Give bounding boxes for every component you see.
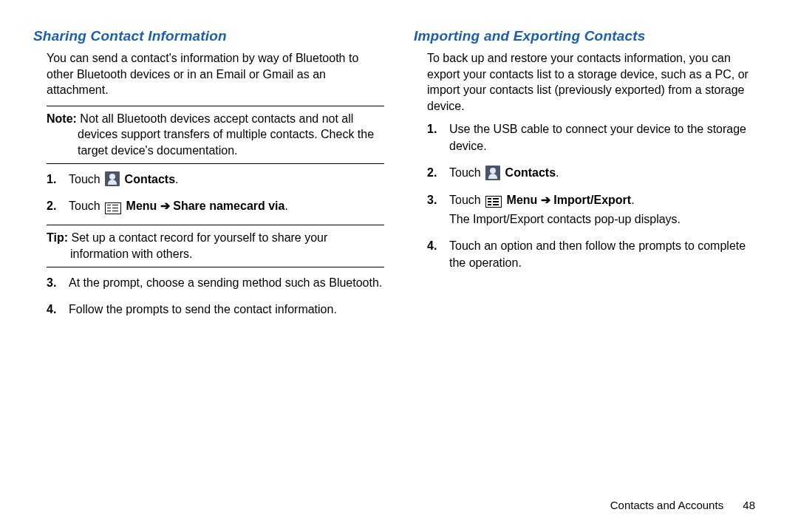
intro-paragraph: To back up and restore your contacts inf… <box>414 50 765 114</box>
menu-label: Menu <box>507 194 538 206</box>
manual-page: Sharing Contact Information You can send… <box>0 0 798 328</box>
step-item: 2. Touch Menu ➔ Share namecard via. <box>47 198 384 214</box>
step-number: 3. <box>47 275 56 291</box>
step-text: Touch an option and then follow the prom… <box>449 239 746 268</box>
step-item: 4. Follow the prompts to send the contac… <box>47 301 384 318</box>
step-text: At the prompt, choose a sending method s… <box>69 276 382 289</box>
divider <box>47 267 384 267</box>
page-footer: Contacts and Accounts 48 <box>610 499 755 511</box>
step-text: Touch <box>449 194 484 206</box>
steps-list-cont: 3. At the prompt, choose a sending metho… <box>33 275 384 318</box>
share-label: Share namecard via <box>173 200 284 212</box>
arrow-icon: ➔ <box>157 200 173 212</box>
step-number: 2. <box>47 198 56 214</box>
step-item: 4. Touch an option and then follow the p… <box>427 238 765 271</box>
right-column: Importing and Exporting Contacts To back… <box>414 28 765 328</box>
page-number: 48 <box>743 499 755 511</box>
section-heading-sharing: Sharing Contact Information <box>33 28 384 44</box>
step-number: 2. <box>427 165 437 181</box>
note-label: Note: <box>47 112 77 125</box>
tip-label: Tip: <box>47 231 68 244</box>
step-text: Follow the prompts to send the contact i… <box>69 303 337 316</box>
left-column: Sharing Contact Information You can send… <box>33 28 384 328</box>
menu-icon <box>485 196 502 208</box>
contacts-label: Contacts <box>505 166 556 179</box>
tip-text: Set up a contact record for yourself to … <box>70 231 327 260</box>
step-item: 1. Use the USB cable to connect your dev… <box>427 121 765 154</box>
step-text: Touch <box>449 166 484 179</box>
divider <box>47 106 384 106</box>
footer-section: Contacts and Accounts <box>610 499 723 511</box>
divider <box>47 225 384 225</box>
step-text: Use the USB cable to connect your device… <box>449 123 746 151</box>
step-number: 3. <box>427 192 437 208</box>
step-number: 1. <box>47 171 56 188</box>
steps-list: 1. Touch Contacts. 2. Touch Menu ➔ Share… <box>33 171 384 215</box>
step-number: 1. <box>427 121 437 137</box>
tip-block: Tip: Set up a contact record for yoursel… <box>33 230 384 262</box>
step-text: Touch <box>69 173 103 185</box>
step-item: 1. Touch Contacts. <box>47 171 384 188</box>
steps-list: 1. Use the USB cable to connect your dev… <box>414 121 765 271</box>
step-number: 4. <box>47 301 56 318</box>
intro-paragraph: You can send a contact's information by … <box>33 50 384 98</box>
menu-icon <box>105 202 121 214</box>
import-label: Import/Export <box>553 194 631 206</box>
divider <box>47 163 384 164</box>
step-number: 4. <box>427 238 437 254</box>
step-item: 3. At the prompt, choose a sending metho… <box>47 275 384 291</box>
contacts-icon <box>105 171 120 186</box>
contacts-icon <box>485 166 500 180</box>
note-block: Note: Not all Bluetooth devices accept c… <box>33 111 384 159</box>
step-subtext: The Import/Export contacts pop-up displa… <box>449 211 765 228</box>
step-text: Touch <box>69 200 103 212</box>
step-item: 3. Touch Menu ➔ Import/Export. The Impor… <box>427 192 765 228</box>
menu-label: Menu <box>126 200 157 212</box>
section-heading-import: Importing and Exporting Contacts <box>414 28 765 44</box>
arrow-icon: ➔ <box>537 194 553 206</box>
step-item: 2. Touch Contacts. <box>427 165 765 181</box>
